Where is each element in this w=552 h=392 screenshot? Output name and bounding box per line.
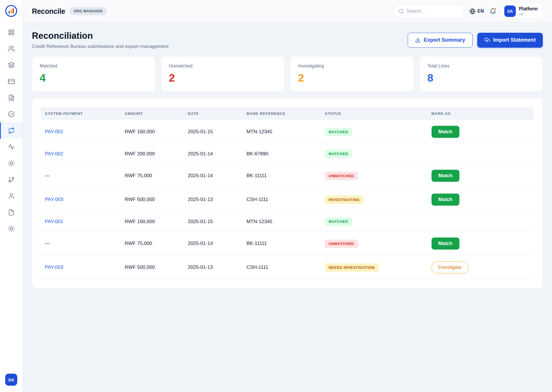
export-summary-button[interactable]: Export Summary — [408, 33, 473, 48]
date-cell: 2025-01-14 — [184, 232, 242, 256]
user-info: Platform All — [519, 6, 538, 16]
date-cell: 2025-01-14 — [184, 144, 242, 164]
payment-cell: — — [41, 232, 121, 256]
table-header-cell: DATE — [184, 107, 242, 120]
match-button[interactable]: Match — [432, 194, 459, 206]
user-menu[interactable]: SA Platform All — [502, 3, 542, 19]
status-cell: INVESTIGATING — [321, 188, 427, 212]
import-statement-button[interactable]: Import Statement — [477, 33, 543, 48]
payment-cell: PAY-003 — [41, 188, 121, 212]
payment-link[interactable]: PAY-001 — [45, 219, 63, 224]
payment-cell: PAY-001 — [41, 120, 121, 144]
investigate-button[interactable]: Investigate — [432, 261, 468, 273]
app-logo-icon — [5, 5, 18, 17]
stat-value: 8 — [428, 72, 535, 84]
reference-cell: CSH-1111 — [242, 256, 321, 279]
user-avatar: SA — [504, 5, 516, 17]
globe-icon — [469, 8, 476, 14]
status-badge: INVESTIGATING — [325, 196, 363, 204]
user-icon — [8, 193, 15, 199]
table-header-cell: BANK REFERENCE — [242, 107, 321, 120]
amount-cell: RWF 500,000 — [121, 256, 184, 279]
sidebar-item-branches[interactable] — [0, 171, 22, 188]
payment-empty: — — [45, 173, 50, 178]
table-header-cell: AMOUNT — [121, 107, 184, 120]
activity-icon — [8, 144, 15, 150]
action-cell: Match — [428, 188, 534, 212]
stat-card: Matched 4 — [32, 56, 155, 92]
sidebar-item-users[interactable] — [0, 40, 22, 57]
notifications-button[interactable] — [490, 8, 496, 15]
page-head: Reconciliation Credit Reference Bureau s… — [32, 31, 543, 49]
stat-value: 4 — [40, 72, 147, 84]
reconciliation-table: SYSTEM PAYMENTAMOUNTDATEBANK REFERENCEST… — [41, 107, 534, 279]
table-row: — RWF 75,000 2025-01-14 BK-11111 UNMATCH… — [41, 164, 534, 188]
users-icon — [8, 45, 15, 52]
status-badge: MATCHED — [325, 128, 352, 136]
role-badge: ORG MANAGER — [70, 7, 106, 15]
language-selector[interactable]: EN — [469, 8, 484, 14]
action-cell: Match — [428, 164, 534, 188]
stat-value: 2 — [169, 72, 277, 84]
status-cell: MATCHED — [321, 144, 427, 164]
status-cell: UNMATCHED — [321, 164, 427, 188]
payment-link[interactable]: PAY-003 — [45, 264, 63, 270]
payment-cell: — — [41, 164, 121, 188]
payment-cell: PAY-003 — [41, 256, 121, 279]
table-row: PAY-003 RWF 500,000 2025-01-13 CSH-1111 … — [41, 256, 534, 279]
payment-cell: PAY-002 — [41, 144, 121, 164]
credit-card-icon — [8, 78, 15, 85]
sidebar-item-dashboard[interactable] — [0, 24, 22, 40]
amount-cell: RWF 200,000 — [121, 144, 184, 164]
match-button[interactable]: Match — [432, 170, 459, 182]
match-button[interactable]: Match — [432, 126, 459, 138]
sidebar-item-documents[interactable] — [0, 90, 22, 106]
action-cell: Match — [428, 232, 534, 256]
amount-cell: RWF 75,000 — [121, 164, 184, 188]
sidebar-item-payments[interactable] — [0, 73, 22, 90]
sidebar-item-activity[interactable] — [0, 139, 22, 155]
file-text-icon — [8, 94, 15, 101]
date-cell: 2025-01-15 — [184, 212, 242, 232]
sidebar-item-approvals[interactable] — [0, 106, 22, 122]
download-icon — [415, 37, 421, 43]
reference-cell: BK-11111 — [242, 232, 321, 256]
status-badge: MATCHED — [325, 217, 352, 226]
sidebar-item-reports[interactable] — [0, 204, 22, 221]
action-cell — [428, 144, 534, 164]
match-button[interactable]: Match — [432, 237, 459, 250]
language-label: EN — [478, 9, 484, 14]
stat-label: Total Lines — [428, 63, 535, 69]
sidebar-item-settings[interactable] — [0, 221, 22, 237]
table-row: PAY-002 RWF 200,000 2025-01-14 BK-67890 … — [41, 144, 534, 164]
table-header-row: SYSTEM PAYMENTAMOUNTDATEBANK REFERENCEST… — [41, 107, 534, 120]
topbar: Reconcile ORG MANAGER EN — [23, 0, 552, 23]
sidebar-item-insights[interactable] — [0, 155, 22, 171]
payment-link[interactable]: PAY-001 — [45, 129, 63, 134]
search-box[interactable] — [394, 5, 464, 18]
amount-cell: RWF 75,000 — [121, 232, 184, 256]
sidebar-bottom: SA — [0, 374, 22, 386]
app-title: Reconcile — [32, 7, 65, 16]
search-input[interactable] — [407, 9, 466, 14]
table-row: — RWF 75,000 2025-01-14 BK-11111 UNMATCH… — [41, 232, 534, 256]
reference-cell: BK-67890 — [242, 144, 321, 164]
sidebar-item-profile[interactable] — [0, 188, 22, 204]
amount-cell: RWF 160,000 — [121, 212, 184, 232]
sidebar-item-reconcile[interactable] — [0, 122, 22, 139]
sun-icon — [8, 160, 15, 167]
stat-card: Investigating 2 — [290, 56, 414, 92]
date-cell: 2025-01-13 — [184, 188, 242, 212]
action-cell: Investigate — [428, 256, 534, 279]
sidebar: SA — [0, 0, 23, 392]
sidebar-item-layers[interactable] — [0, 57, 22, 73]
payment-link[interactable]: PAY-003 — [45, 197, 63, 202]
stat-value: 2 — [298, 72, 406, 84]
import-statement-label: Import Statement — [493, 37, 536, 43]
reference-cell: CSH-1111 — [242, 188, 321, 212]
user-name: Platform — [519, 6, 538, 11]
payment-link[interactable]: PAY-002 — [45, 151, 63, 157]
grid-icon — [8, 29, 15, 36]
page-title: Reconciliation — [32, 31, 168, 41]
sidebar-user-avatar[interactable]: SA — [5, 374, 17, 386]
